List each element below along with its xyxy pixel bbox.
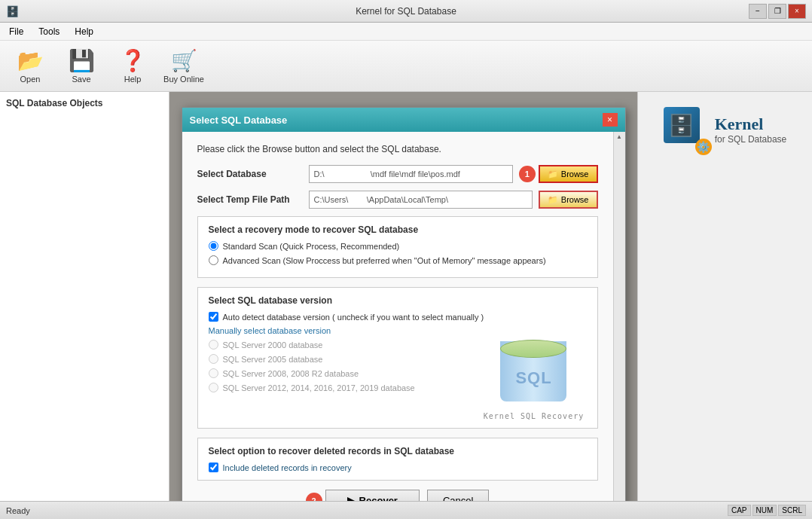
version-2005-radio[interactable] (209, 354, 218, 364)
sql-caption: Kernel SQL Recovery (484, 412, 584, 420)
scroll-up-arrow[interactable]: ▲ (616, 132, 622, 140)
main-area: SQL Database Objects Select SQL Database… (0, 92, 812, 501)
recover-label: Recover (359, 495, 398, 501)
kernel-logo: 🗄️ ⚙️ Kernel for SQL Database (664, 107, 787, 152)
version-2012-label: SQL Server 2012, 2014, 2016, 2017, 2019 … (223, 383, 415, 392)
dialog-buttons: 2 ▶ Recover Cancel (197, 490, 598, 501)
browse-db-group: 1 📁 Browse (519, 165, 598, 183)
version-2000-row[interactable]: SQL Server 2000 database (209, 340, 474, 350)
select-database-label: Select Database (197, 169, 303, 179)
manually-label: Manually select database version (209, 326, 474, 335)
save-icon: 💾 (69, 48, 95, 73)
version-2000-label: SQL Server 2000 database (223, 340, 323, 350)
temp-file-row: Select Temp File Path 📁 Browse (197, 191, 598, 209)
step-1-badge: 1 (519, 166, 536, 182)
dialog-title: Select SQL Database (190, 114, 288, 126)
advanced-scan-label: Advanced Scan (Slow Proccess but preferr… (223, 256, 546, 265)
temp-file-label: Select Temp File Path (197, 194, 303, 205)
scrl-indicator: SCRL (778, 505, 806, 516)
database-path-input[interactable] (309, 165, 513, 183)
version-2008-label: SQL Server 2008, 2008 R2 database (223, 369, 359, 378)
folder-icon: 📁 (548, 169, 558, 179)
include-deleted-label: Include deleted records in recovery (223, 463, 352, 472)
standard-scan-label: Standard Scan (Quick Process, Recommende… (223, 242, 400, 251)
sql-version-section: Select SQL database version Auto detect … (197, 287, 598, 429)
open-icon: 📂 (17, 48, 44, 73)
cylinder-top (500, 340, 566, 358)
help-icon: ❓ (120, 48, 146, 73)
version-2000-radio[interactable] (209, 340, 218, 350)
advanced-scan-row[interactable]: Advanced Scan (Slow Proccess but preferr… (209, 255, 587, 265)
dialog-title-bar: Select SQL Database × (182, 108, 625, 132)
kernel-brand-text: Kernel for SQL Database (715, 114, 787, 145)
status-bar: Ready CAP NUM SCRL (0, 501, 812, 519)
standard-scan-row[interactable]: Standard Scan (Quick Process, Recommende… (209, 241, 587, 251)
open-button[interactable]: 📂 Open (6, 44, 54, 88)
standard-scan-radio[interactable] (209, 241, 218, 251)
kernel-brand-sub: for SQL Database (715, 134, 787, 145)
version-2005-row[interactable]: SQL Server 2005 database (209, 354, 474, 364)
buy-online-button[interactable]: 🛒 Buy Online (160, 44, 208, 88)
num-indicator: NUM (752, 505, 777, 516)
help-button[interactable]: ❓ Help (108, 44, 157, 88)
content-area: Select SQL Database × Please click the B… (169, 92, 637, 501)
browse-temp-label: Browse (561, 195, 589, 204)
dialog-hint: Please click the Browse button and selec… (197, 144, 598, 154)
status-indicators: CAP NUM SCRL (728, 505, 806, 516)
deleted-records-title: Select option to recover deleted records… (209, 446, 587, 456)
recovery-mode-title: Select a recovery mode to recover SQL da… (209, 224, 587, 235)
select-database-row: Select Database 1 📁 Browse (197, 165, 598, 183)
sql-cylinder-graphic: SQL (493, 326, 575, 409)
temp-path-input[interactable] (309, 191, 533, 209)
recovery-mode-section: Select a recovery mode to recover SQL da… (197, 216, 598, 278)
save-label: Save (72, 75, 90, 84)
menu-bar: File Tools Help (0, 23, 812, 41)
menu-tools[interactable]: Tools (32, 25, 66, 38)
include-deleted-row[interactable]: Include deleted records in recovery (209, 463, 587, 472)
gear-overlay-icon: ⚙️ (695, 139, 712, 155)
browse-temp-button[interactable]: 📁 Browse (539, 191, 598, 209)
toolbar: 📂 Open 💾 Save ❓ Help 🛒 Buy Online (0, 41, 812, 92)
buy-label: Buy Online (163, 75, 204, 84)
help-label: Help (124, 75, 142, 84)
auto-detect-label: Auto detect database version ( uncheck i… (223, 313, 484, 322)
window-title: Kernel for SQL Database (0, 6, 812, 17)
dialog-close-button[interactable]: × (603, 113, 618, 127)
step-2-badge: 2 (306, 493, 322, 502)
gear-logo-container: 🗄️ ⚙️ (664, 107, 709, 152)
deleted-records-section: Select option to recover deleted records… (197, 438, 598, 481)
recover-group: 2 ▶ Recover (306, 490, 420, 501)
include-deleted-checkbox[interactable] (209, 463, 218, 472)
folder2-icon: 📁 (548, 195, 558, 205)
version-2012-row[interactable]: SQL Server 2012, 2014, 2016, 2017, 2019 … (209, 383, 474, 392)
menu-help[interactable]: Help (69, 25, 99, 38)
sql-illustration: SQL Kernel SQL Recovery (481, 326, 587, 420)
dialog-scrollbar[interactable]: ▲ ▼ (613, 132, 625, 501)
title-bar: 🗄️ Kernel for SQL Database − ❐ × (0, 0, 812, 23)
version-2008-row[interactable]: SQL Server 2008, 2008 R2 database (209, 368, 474, 378)
cylinder-text: SQL (493, 368, 575, 388)
auto-detect-checkbox[interactable] (209, 312, 218, 322)
version-options: Manually select database version SQL Ser… (209, 326, 474, 420)
db-icon: 🗄️ (668, 113, 694, 138)
sql-version-title: Select SQL database version (209, 295, 587, 306)
modal-overlay: Select SQL Database × Please click the B… (169, 92, 637, 501)
dialog-content: Please click the Browse button and selec… (182, 132, 625, 501)
browse-db-label: Browse (561, 169, 589, 179)
right-panel: 🗄️ ⚙️ Kernel for SQL Database (637, 92, 812, 501)
cancel-button[interactable]: Cancel (427, 490, 489, 501)
advanced-scan-radio[interactable] (209, 255, 218, 265)
version-2008-radio[interactable] (209, 368, 218, 378)
version-2012-radio[interactable] (209, 383, 218, 392)
sidebar-title: SQL Database Objects (3, 95, 166, 111)
menu-file[interactable]: File (3, 25, 29, 38)
db-logo-box: 🗄️ (664, 107, 700, 143)
recover-button[interactable]: ▶ Recover (325, 490, 420, 501)
recover-arrow-icon: ▶ (347, 495, 355, 501)
auto-detect-row[interactable]: Auto detect database version ( uncheck i… (209, 312, 587, 322)
browse-database-button[interactable]: 📁 Browse (539, 165, 598, 183)
sidebar: SQL Database Objects (0, 92, 169, 501)
version-2005-label: SQL Server 2005 database (223, 355, 323, 364)
select-sql-dialog: Select SQL Database × Please click the B… (182, 107, 626, 501)
save-button[interactable]: 💾 Save (57, 44, 105, 88)
